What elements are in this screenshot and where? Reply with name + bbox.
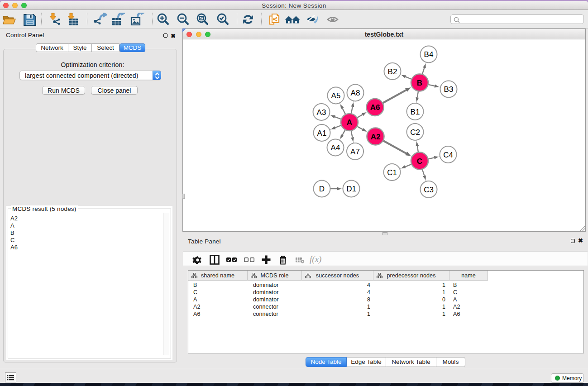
svg-text:C2: C2	[410, 128, 420, 137]
svg-text:B: B	[417, 79, 422, 87]
svg-text:C4: C4	[443, 151, 453, 159]
svg-text:C1: C1	[387, 168, 397, 177]
svg-text:f(x): f(x)	[310, 255, 321, 264]
svg-text:A: A	[347, 118, 352, 127]
svg-text:A8: A8	[351, 89, 360, 97]
svg-text:A5: A5	[331, 91, 341, 100]
svg-text:C3: C3	[424, 186, 434, 194]
svg-text:C: C	[417, 157, 422, 166]
svg-text:A6: A6	[370, 103, 380, 112]
svg-text:B2: B2	[388, 67, 397, 76]
svg-text:A7: A7	[350, 148, 360, 156]
svg-text:B1: B1	[411, 108, 420, 116]
svg-text:B4: B4	[424, 50, 434, 59]
svg-text:D1: D1	[346, 185, 356, 193]
svg-text:A1: A1	[317, 129, 327, 138]
svg-text:B3: B3	[444, 85, 454, 94]
svg-text:A4: A4	[331, 143, 340, 152]
svg-text:A3: A3	[317, 108, 326, 117]
svg-text:A2: A2	[371, 133, 381, 141]
svg-text:D: D	[319, 185, 325, 193]
